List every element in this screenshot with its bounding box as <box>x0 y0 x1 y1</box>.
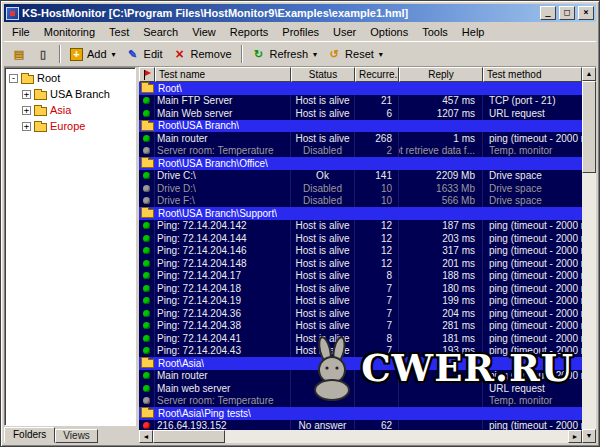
menu-item-profiles[interactable]: Profiles <box>275 24 326 40</box>
table-row[interactable]: Ping: 72.14.204.144Host is alive12203 ms… <box>139 232 582 245</box>
folder-row[interactable]: Root\USA Branch\Support\ <box>139 207 582 220</box>
remove-icon: × <box>173 47 187 61</box>
table-row[interactable]: Main FTP ServerHost is alive21457 msTCP … <box>139 95 582 108</box>
header-status[interactable]: Status <box>291 67 355 82</box>
menu-item-options[interactable]: Options <box>363 24 415 40</box>
reset-button[interactable]: ↺Reset▾ <box>322 43 388 65</box>
table-row[interactable]: Ping: 72.14.204.146Host is alive12317 ms… <box>139 245 582 258</box>
folder-path: Root\Asia\ <box>158 358 204 369</box>
table-row[interactable]: Ping: 72.14.204.148Host is alive12201 ms… <box>139 257 582 270</box>
menu-item-view[interactable]: View <box>185 24 223 40</box>
horizontal-scroll-track[interactable] <box>153 430 568 443</box>
table-row[interactable]: Drive F:\Disabled10566 MbDrive space <box>139 195 582 208</box>
tab-folders[interactable]: Folders <box>4 427 55 443</box>
table-row[interactable]: Drive C:\Ok1412209 MbDrive space <box>139 170 582 183</box>
menu-item-reports[interactable]: Reports <box>223 24 276 40</box>
horizontal-scrollbar[interactable]: ◄ ► <box>139 430 582 443</box>
test-table-body: Root\Main FTP ServerHost is alive21457 m… <box>139 82 582 430</box>
scroll-left-icon[interactable]: ◄ <box>139 430 153 443</box>
alive-status-icon <box>143 297 150 304</box>
horizontal-scroll-thumb[interactable] <box>153 430 225 443</box>
table-row[interactable]: Ping: 72.14.204.19Host is alive7199 mspi… <box>139 295 582 308</box>
vertical-scrollbar[interactable]: ▲ ▼ <box>582 67 596 443</box>
menu-item-tools[interactable]: Tools <box>415 24 455 40</box>
expand-icon[interactable]: + <box>22 122 31 131</box>
menu-item-test[interactable]: Test <box>102 24 136 40</box>
tab-views[interactable]: Views <box>55 429 98 443</box>
folder-row[interactable]: Root\Asia\Ping tests\ <box>139 407 582 420</box>
table-row[interactable]: Main Web serverHost is alive61207 msURL … <box>139 107 582 120</box>
menu-bar: FileMonitoringTestSearchViewReportsProfi… <box>4 22 596 41</box>
edit-icon: ✎ <box>126 47 140 61</box>
menu-item-monitoring[interactable]: Monitoring <box>37 24 102 40</box>
toolbar-separator <box>241 45 243 63</box>
dropdown-arrow-icon: ▾ <box>112 50 116 59</box>
left-panel: -Root+USA Branch+Asia+Europe Folders Vie… <box>4 67 136 443</box>
scroll-up-icon[interactable]: ▲ <box>582 67 596 81</box>
minimize-button[interactable]: _ <box>540 6 556 20</box>
folder-row[interactable]: Root\ <box>139 82 582 95</box>
vertical-scroll-track[interactable] <box>582 81 596 429</box>
test-table-header: Test name Status Recurre... Reply Test m… <box>139 67 582 82</box>
header-test-name[interactable]: Test name <box>155 67 291 82</box>
header-test-method[interactable]: Test method <box>483 67 582 82</box>
table-row[interactable]: Ping: 72.14.204.18Host is alive7180 mspi… <box>139 282 582 295</box>
app-icon <box>6 7 19 20</box>
tree-item-europe[interactable]: +Europe <box>5 118 135 134</box>
table-row[interactable]: Main routerHost is alive2681 msping (tim… <box>139 132 582 145</box>
edit-button[interactable]: ✎Edit <box>121 43 168 65</box>
maximize-button[interactable]: □ <box>559 6 575 20</box>
refresh-button[interactable]: ↻Refresh▾ <box>247 43 323 65</box>
collapse-icon[interactable]: - <box>9 74 18 83</box>
table-row[interactable]: Ping: 72.14.204.36Host is alive7204 mspi… <box>139 307 582 320</box>
ok-status-icon <box>143 172 150 179</box>
folder-path: Root\USA Branch\Office\ <box>158 158 268 169</box>
header-recurrences[interactable]: Recurre... <box>355 67 399 82</box>
menu-item-user[interactable]: User <box>326 24 363 40</box>
toggle-folders-button[interactable]: ▤ <box>7 43 31 65</box>
title-bar: KS-HostMonitor [C:\Program Files\HostMon… <box>4 4 596 22</box>
folder-row[interactable]: Root\Asia\ <box>139 357 582 370</box>
folder-icon <box>141 209 154 218</box>
table-row[interactable]: Ping: 72.14.204.17Host is alive8188 mspi… <box>139 270 582 283</box>
tree-item-root[interactable]: -Root <box>5 70 135 86</box>
menu-item-search[interactable]: Search <box>136 24 185 40</box>
tree-item-usa-branch[interactable]: +USA Branch <box>5 86 135 102</box>
dropdown-arrow-icon: ▾ <box>313 50 317 59</box>
add-button[interactable]: +Add▾ <box>65 43 121 65</box>
table-row[interactable]: Ping: 72.14.204.38Host is alive7281 mspi… <box>139 320 582 333</box>
vertical-scroll-thumb[interactable] <box>582 81 596 173</box>
table-row[interactable]: Server room: TemperatureTemp. monitor <box>139 395 582 408</box>
alive-status-icon <box>143 272 150 279</box>
folder-icon <box>34 107 47 116</box>
folder-icon <box>141 359 154 368</box>
scroll-right-icon[interactable]: ► <box>568 430 582 443</box>
remove-button[interactable]: ×Remove <box>168 43 237 65</box>
folder-row[interactable]: Root\USA Branch\ <box>139 120 582 133</box>
dropdown-arrow-icon: ▾ <box>379 50 383 59</box>
table-row[interactable]: Main routerping (timeout - 2000 ms) <box>139 370 582 383</box>
pane-icon: ▤ <box>12 47 26 61</box>
table-row[interactable]: Main web serverURL request <box>139 382 582 395</box>
header-reply[interactable]: Reply <box>399 67 483 82</box>
folder-path: Root\Asia\Ping tests\ <box>158 408 251 419</box>
toolbar-separator <box>59 45 61 63</box>
menu-item-help[interactable]: Help <box>455 24 492 40</box>
table-row[interactable]: Drive D:\Disabled101633 MbDrive space <box>139 182 582 195</box>
tree-item-asia[interactable]: +Asia <box>5 102 135 118</box>
scroll-down-icon[interactable]: ▼ <box>582 429 596 443</box>
table-row[interactable]: Ping: 72.14.204.41Host is alive8181 mspi… <box>139 332 582 345</box>
flag-icon <box>144 70 151 80</box>
table-row[interactable]: Ping: 72.14.204.142Host is alive12187 ms… <box>139 220 582 233</box>
expand-icon[interactable]: + <box>22 106 31 115</box>
expand-icon[interactable]: + <box>22 90 31 99</box>
menu-item-file[interactable]: File <box>5 24 37 40</box>
table-row[interactable]: Ping: 72.14.204.43Host is alive7193 mspi… <box>139 345 582 358</box>
header-flag-cell[interactable] <box>139 67 155 82</box>
close-button[interactable]: × <box>578 6 594 20</box>
alive-status-icon <box>143 335 150 342</box>
table-row[interactable]: Server room: TemperatureDisabled2Cannot … <box>139 145 582 158</box>
folder-row[interactable]: Root\USA Branch\Office\ <box>139 157 582 170</box>
new-testlist-button[interactable]: ▯ <box>31 43 55 65</box>
table-row[interactable]: 216.64.193.152No answer62ping (timeout -… <box>139 420 582 431</box>
